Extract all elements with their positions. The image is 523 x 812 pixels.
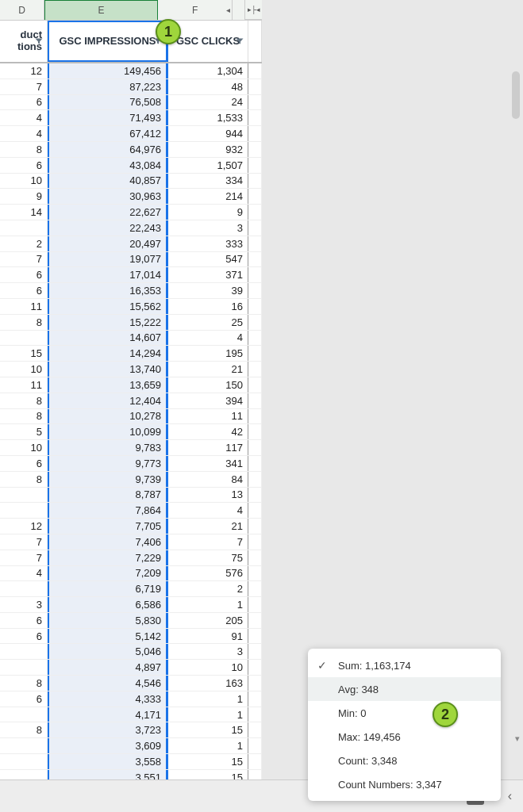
cell-e[interactable]: 7,209 — [48, 566, 168, 581]
cell-f[interactable]: 21 — [168, 519, 248, 534]
cell-e[interactable]: 4,333 — [48, 691, 168, 707]
cell-e[interactable]: 3,609 — [48, 738, 168, 753]
stat-sum[interactable]: ✓ Sum: 1,163,174 — [308, 653, 501, 677]
cell-e[interactable]: 71,493 — [48, 110, 168, 125]
cell-g[interactable] — [248, 283, 262, 298]
cell-d[interactable]: 9 — [0, 189, 48, 204]
cell-d[interactable]: 6 — [0, 95, 48, 110]
cell-e[interactable]: 20,497 — [48, 236, 168, 251]
stat-max[interactable]: Max: 149,456 — [308, 725, 501, 749]
cell-g[interactable] — [248, 440, 262, 455]
cell-f[interactable]: 944 — [168, 126, 248, 141]
cell-d[interactable]: 10 — [0, 174, 48, 189]
cell-g[interactable] — [248, 472, 262, 487]
cell-d[interactable]: 5 — [0, 424, 48, 439]
cell-e[interactable]: 4,171 — [48, 707, 168, 722]
cell-g[interactable] — [248, 770, 262, 779]
cell-g[interactable] — [248, 613, 262, 628]
cell-e[interactable]: 9,739 — [48, 472, 168, 487]
cell-d[interactable]: 8 — [0, 315, 48, 330]
cell-g[interactable] — [248, 738, 262, 753]
cell-e[interactable]: 14,607 — [48, 331, 168, 346]
cell-d[interactable]: 4 — [0, 110, 48, 125]
cell-d[interactable]: 8 — [0, 676, 48, 691]
col-header-d[interactable]: D — [0, 0, 44, 20]
cell-f[interactable]: 7 — [168, 534, 248, 550]
cell-g[interactable] — [248, 597, 262, 612]
cell-g[interactable] — [248, 174, 262, 189]
cell-f[interactable]: 394 — [168, 393, 248, 408]
cell-e[interactable]: 9,773 — [48, 456, 168, 471]
cell-e[interactable]: 87,223 — [48, 79, 168, 94]
cell-f[interactable]: 9 — [168, 205, 248, 220]
cell-e[interactable]: 30,963 — [48, 189, 168, 204]
cell-f[interactable]: 24 — [168, 95, 248, 110]
cell-d[interactable]: 14 — [0, 205, 48, 220]
cell-g[interactable] — [248, 362, 262, 377]
cell-d[interactable]: 7 — [0, 550, 48, 565]
cell-d[interactable]: 8 — [0, 722, 48, 737]
cell-d[interactable] — [0, 503, 48, 518]
cell-e[interactable]: 22,243 — [48, 220, 168, 236]
cell-e[interactable]: 15,562 — [48, 299, 168, 314]
cell-e[interactable]: 17,014 — [48, 267, 168, 282]
cell-d[interactable]: 4 — [0, 566, 48, 581]
cell-d[interactable]: 6 — [0, 267, 48, 282]
cell-f[interactable]: 3 — [168, 644, 248, 659]
cell-g[interactable] — [248, 456, 262, 471]
cell-g[interactable] — [248, 644, 262, 659]
cell-d[interactable]: 8 — [0, 142, 48, 157]
cell-g[interactable] — [248, 79, 262, 94]
cell-e[interactable]: 22,627 — [48, 205, 168, 220]
cell-d[interactable]: 3 — [0, 597, 48, 612]
cell-f[interactable]: 1,507 — [168, 158, 248, 173]
col-header-f[interactable]: F ◂ — [158, 0, 233, 20]
cell-e[interactable]: 76,508 — [48, 95, 168, 110]
cell-e[interactable]: 13,659 — [48, 377, 168, 393]
vertical-scrollbar-thumb[interactable] — [512, 71, 520, 119]
cell-g[interactable] — [248, 707, 262, 722]
cell-f[interactable]: 3 — [168, 220, 248, 236]
cell-d[interactable]: 6 — [0, 158, 48, 173]
cell-g[interactable] — [248, 676, 262, 691]
cell-f[interactable]: 42 — [168, 424, 248, 439]
header-cell-clicks[interactable]: GSC CLICKS — [168, 21, 248, 62]
cell-d[interactable]: 6 — [0, 691, 48, 707]
cell-e[interactable]: 7,864 — [48, 503, 168, 518]
stat-avg[interactable]: Avg: 348 — [308, 677, 501, 701]
cell-f[interactable]: 333 — [168, 236, 248, 251]
cell-d[interactable] — [0, 754, 48, 769]
cell-g[interactable] — [248, 488, 262, 503]
cell-e[interactable]: 6,719 — [48, 581, 168, 596]
cell-d[interactable]: 15 — [0, 346, 48, 361]
cell-g[interactable] — [248, 581, 262, 596]
cell-f[interactable]: 15 — [168, 722, 248, 737]
cell-f[interactable]: 15 — [168, 770, 248, 779]
cell-d[interactable] — [0, 581, 48, 596]
cell-d[interactable] — [0, 644, 48, 659]
cell-g[interactable] — [248, 393, 262, 408]
cell-d[interactable]: 8 — [0, 393, 48, 408]
cell-g[interactable] — [248, 566, 262, 581]
cell-e[interactable]: 10,099 — [48, 424, 168, 439]
cell-g[interactable] — [248, 252, 262, 267]
col-header-e-selected[interactable]: E — [44, 0, 157, 20]
cell-e[interactable]: 3,723 — [48, 722, 168, 737]
cell-d[interactable]: 11 — [0, 377, 48, 393]
cell-f[interactable]: 1 — [168, 691, 248, 707]
cell-f[interactable]: 48 — [168, 79, 248, 94]
cell-f[interactable]: 1 — [168, 707, 248, 722]
filter-icon[interactable] — [235, 36, 244, 46]
cell-f[interactable]: 932 — [168, 142, 248, 157]
cell-e[interactable]: 7,705 — [48, 519, 168, 534]
cell-g[interactable] — [248, 267, 262, 282]
cell-e[interactable]: 7,229 — [48, 550, 168, 565]
cell-f[interactable]: 341 — [168, 456, 248, 471]
cell-f[interactable]: 576 — [168, 566, 248, 581]
cell-d[interactable]: 10 — [0, 362, 48, 377]
cell-e[interactable]: 5,046 — [48, 644, 168, 659]
cell-d[interactable] — [0, 331, 48, 346]
cell-g[interactable] — [248, 754, 262, 769]
cell-e[interactable]: 3,551 — [48, 770, 168, 779]
cell-e[interactable]: 8,787 — [48, 488, 168, 503]
